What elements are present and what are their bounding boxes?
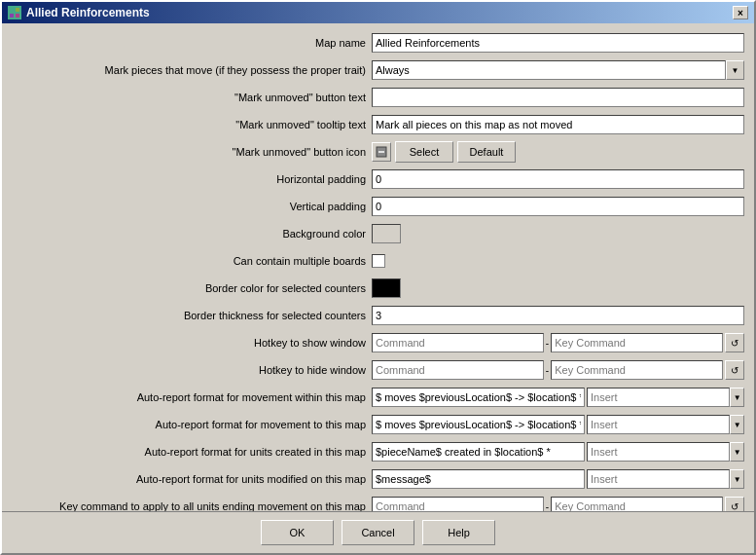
vertical-padding-control bbox=[372, 197, 744, 216]
border-thickness-control bbox=[372, 306, 744, 325]
auto-created-input[interactable] bbox=[372, 442, 585, 462]
cancel-button[interactable]: Cancel bbox=[342, 520, 414, 545]
hotkey-show-command-input[interactable] bbox=[372, 333, 544, 352]
window-title: Allied Reinforcements bbox=[26, 6, 150, 19]
vertical-padding-input[interactable] bbox=[372, 197, 744, 216]
auto-to-insert-input[interactable] bbox=[587, 415, 730, 434]
auto-created-insert-input[interactable] bbox=[587, 442, 730, 462]
close-button[interactable]: × bbox=[733, 6, 748, 19]
auto-to-insert-arrow[interactable]: ▼ bbox=[730, 415, 744, 434]
auto-created-row: Auto-report format for units created in … bbox=[12, 440, 744, 463]
hotkey-show-label: Hotkey to show window bbox=[12, 337, 372, 349]
bottom-bar: OK Cancel Help bbox=[2, 511, 754, 553]
mark-unmoved-btn-row: "Mark unmoved" button text bbox=[12, 86, 744, 109]
svg-rect-3 bbox=[16, 14, 19, 18]
auto-created-inputs: ▼ bbox=[372, 442, 744, 462]
hotkey-hide-key-input[interactable] bbox=[551, 360, 723, 380]
border-color-swatch[interactable] bbox=[372, 278, 401, 298]
auto-within-row: Auto-report format for movement within t… bbox=[12, 386, 744, 409]
auto-modified-input[interactable] bbox=[372, 469, 585, 489]
background-color-row: Background color bbox=[12, 222, 744, 245]
auto-within-insert-arrow[interactable]: ▼ bbox=[730, 388, 744, 407]
auto-to-control: ▼ bbox=[372, 415, 744, 434]
auto-modified-label: Auto-report format for units modified on… bbox=[12, 473, 372, 485]
auto-created-label: Auto-report format for units created in … bbox=[12, 446, 372, 458]
horizontal-padding-input[interactable] bbox=[372, 169, 744, 189]
horizontal-padding-control bbox=[372, 169, 744, 189]
mark-pieces-dropdown-input[interactable] bbox=[372, 60, 726, 80]
hotkey-show-refresh-button[interactable]: ↺ bbox=[725, 333, 744, 352]
mark-unmoved-icon-row: "Mark unmoved" button icon Select Defaul… bbox=[12, 140, 744, 164]
can-contain-control bbox=[372, 254, 744, 268]
mark-unmoved-tooltip-label: "Mark unmoved" tooltip text bbox=[12, 119, 372, 130]
mark-pieces-dropdown-arrow[interactable]: ▼ bbox=[726, 60, 744, 80]
help-button[interactable]: Help bbox=[422, 520, 495, 545]
key-command-refresh-button[interactable]: ↺ bbox=[725, 497, 744, 511]
border-color-control bbox=[372, 278, 744, 298]
can-contain-checkbox[interactable] bbox=[372, 254, 385, 268]
hotkey-hide-command-input[interactable] bbox=[372, 360, 544, 380]
mark-unmoved-icon-control: Select Default bbox=[372, 141, 744, 163]
svg-rect-0 bbox=[10, 8, 14, 12]
mark-unmoved-tooltip-input[interactable] bbox=[372, 115, 744, 134]
key-command-row: Key command to apply to all units ending… bbox=[12, 495, 744, 511]
auto-modified-insert-input[interactable] bbox=[587, 469, 730, 489]
select-button[interactable]: Select bbox=[395, 141, 453, 163]
auto-to-input[interactable] bbox=[372, 415, 585, 434]
hotkey-show-inputs: - ↺ bbox=[372, 333, 744, 352]
auto-created-insert-arrow[interactable]: ▼ bbox=[730, 442, 744, 462]
hotkey-show-row: Hotkey to show window - ↺ bbox=[12, 331, 744, 354]
can-contain-label: Can contain multiple boards bbox=[12, 255, 372, 267]
key-command-separator: - bbox=[546, 501, 549, 512]
hotkey-hide-control: - ↺ bbox=[372, 360, 744, 380]
auto-created-insert-wrapper: ▼ bbox=[587, 442, 744, 462]
border-thickness-input[interactable] bbox=[372, 306, 744, 325]
hotkey-show-control: - ↺ bbox=[372, 333, 744, 352]
key-command-control: - ↺ bbox=[372, 497, 744, 511]
auto-within-input[interactable] bbox=[372, 388, 585, 407]
border-thickness-row: Border thickness for selected counters bbox=[12, 304, 744, 327]
border-color-row: Border color for selected counters bbox=[12, 277, 744, 300]
svg-rect-2 bbox=[10, 14, 14, 18]
mark-pieces-control: ▼ bbox=[372, 60, 744, 80]
auto-to-label: Auto-report format for movement to this … bbox=[12, 419, 372, 430]
mark-pieces-label: Mark pieces that move (if they possess t… bbox=[12, 64, 372, 76]
key-command-key-input[interactable] bbox=[551, 497, 723, 511]
mark-unmoved-tooltip-row: "Mark unmoved" tooltip text bbox=[12, 113, 744, 136]
mark-pieces-row: Mark pieces that move (if they possess t… bbox=[12, 58, 744, 82]
hotkey-hide-inputs: - ↺ bbox=[372, 360, 744, 380]
default-button[interactable]: Default bbox=[457, 141, 516, 163]
horizontal-padding-row: Horizontal padding bbox=[12, 167, 744, 191]
map-name-row: Map name bbox=[12, 31, 744, 55]
hotkey-hide-label: Hotkey to hide window bbox=[12, 364, 372, 376]
auto-modified-row: Auto-report format for units modified on… bbox=[12, 467, 744, 491]
auto-modified-insert-wrapper: ▼ bbox=[587, 469, 744, 489]
mark-unmoved-btn-input[interactable] bbox=[372, 88, 744, 107]
auto-modified-insert-arrow[interactable]: ▼ bbox=[730, 469, 744, 489]
vertical-padding-row: Vertical padding bbox=[12, 195, 744, 218]
auto-within-insert-input[interactable] bbox=[587, 388, 730, 407]
border-thickness-label: Border thickness for selected counters bbox=[12, 310, 372, 321]
mark-unmoved-btn-control bbox=[372, 88, 744, 107]
ok-button[interactable]: OK bbox=[261, 520, 334, 545]
hotkey-hide-separator: - bbox=[546, 365, 549, 376]
background-color-swatch[interactable] bbox=[372, 224, 401, 243]
vertical-padding-label: Vertical padding bbox=[12, 201, 372, 212]
auto-within-label: Auto-report format for movement within t… bbox=[12, 391, 372, 403]
app-icon bbox=[8, 6, 21, 19]
map-name-control bbox=[372, 33, 744, 53]
key-command-command-input[interactable] bbox=[372, 497, 544, 511]
key-command-label: Key command to apply to all units ending… bbox=[12, 500, 372, 511]
key-command-inputs: - ↺ bbox=[372, 497, 744, 511]
auto-to-insert-wrapper: ▼ bbox=[587, 415, 744, 434]
hotkey-show-separator: - bbox=[546, 338, 549, 349]
hotkey-show-key-input[interactable] bbox=[551, 333, 723, 352]
mark-unmoved-tooltip-control bbox=[372, 115, 744, 134]
svg-rect-1 bbox=[16, 8, 19, 12]
auto-created-control: ▼ bbox=[372, 442, 744, 462]
auto-within-control: ▼ bbox=[372, 388, 744, 407]
map-name-input[interactable] bbox=[372, 33, 744, 53]
icon-preview bbox=[372, 142, 391, 162]
hotkey-hide-refresh-button[interactable]: ↺ bbox=[725, 360, 744, 380]
mark-pieces-dropdown-wrapper: ▼ bbox=[372, 60, 744, 80]
